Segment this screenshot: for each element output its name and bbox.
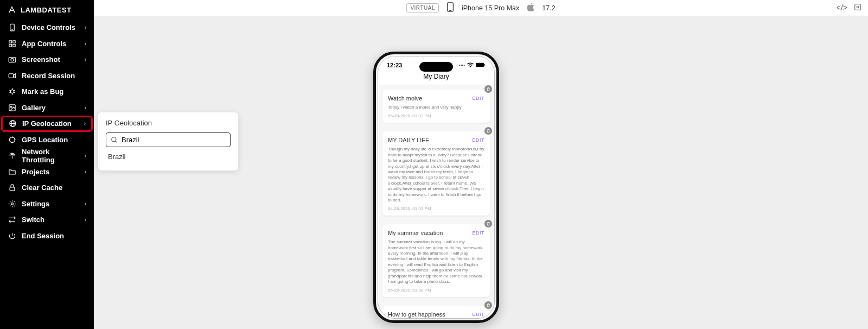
geo-result-item[interactable]: Brazil bbox=[106, 147, 231, 166]
brand-logo: LAMBDATEST bbox=[0, 0, 94, 20]
chevron-right-icon: › bbox=[85, 153, 86, 159]
chevron-right-icon: › bbox=[84, 121, 86, 126]
nav-item-label: GPS Location bbox=[22, 136, 86, 144]
nav-item-settings[interactable]: Settings› bbox=[0, 196, 94, 212]
edit-button[interactable]: EDIT bbox=[472, 137, 484, 143]
signal-icon bbox=[8, 151, 16, 160]
nav-item-network-throttling[interactable]: Network Throttling› bbox=[0, 148, 94, 164]
geolocation-search-wrap[interactable] bbox=[106, 132, 231, 147]
ip-geolocation-popover: IP Geolocation Brazil bbox=[98, 112, 238, 170]
cellular-icon: ···· bbox=[459, 62, 465, 68]
diary-entry[interactable]: Watch moiveEDITToday i watch a moive,and… bbox=[382, 90, 490, 123]
nav-item-label: Clear Cache bbox=[22, 184, 86, 192]
app-title: My Diary bbox=[378, 71, 494, 85]
nav-item-clear-cache[interactable]: Clear Cache bbox=[0, 180, 94, 196]
bug-icon bbox=[8, 87, 16, 96]
svg-rect-27 bbox=[10, 187, 15, 191]
video-icon bbox=[8, 72, 16, 80]
entry-body: Today i watch a moive,and very happy bbox=[388, 105, 484, 110]
sidebar: LAMBDATEST Device Controls›App Controls›… bbox=[0, 0, 94, 329]
nav-item-projects[interactable]: Projects› bbox=[0, 164, 94, 180]
geolocation-search-input[interactable] bbox=[122, 136, 226, 144]
entry-title: My summer vacation bbox=[388, 230, 443, 236]
entry-title: MY DAILY LIFE bbox=[388, 137, 429, 143]
nav-item-label: Record Session bbox=[22, 72, 86, 80]
delete-icon[interactable] bbox=[484, 301, 492, 309]
code-icon[interactable]: </> bbox=[837, 3, 847, 12]
globe-icon bbox=[8, 119, 17, 128]
nav-item-ip-geolocation[interactable]: IP Geolocation› bbox=[1, 116, 93, 132]
svg-rect-36 bbox=[484, 64, 486, 66]
nav-item-label: Switch bbox=[22, 216, 79, 224]
delete-icon[interactable] bbox=[484, 127, 492, 135]
svg-rect-31 bbox=[855, 4, 861, 10]
lock-icon bbox=[8, 184, 16, 192]
entry-body: Though my daily life is extremely monoto… bbox=[388, 147, 484, 203]
brand-text: LAMBDATEST bbox=[21, 6, 72, 14]
svg-rect-5 bbox=[12, 45, 15, 47]
grid-icon bbox=[8, 40, 16, 48]
edit-button[interactable]: EDIT bbox=[472, 312, 484, 317]
chevron-right-icon: › bbox=[85, 56, 86, 62]
svg-line-12 bbox=[14, 90, 15, 91]
settings-icon[interactable] bbox=[854, 3, 861, 12]
nav-item-label: Network Throttling bbox=[22, 148, 79, 164]
diary-entry[interactable]: My summer vacationEDITThe summer vacatio… bbox=[382, 224, 490, 297]
topbar: VIRTUAL iPhone 15 Pro Max 17.2 </> bbox=[94, 0, 868, 16]
nav-item-gps-location[interactable]: GPS Location bbox=[0, 132, 94, 148]
power-icon bbox=[8, 232, 16, 240]
edit-button[interactable]: EDIT bbox=[472, 96, 484, 101]
nav-item-mark-as-bug[interactable]: Mark as Bug bbox=[0, 84, 94, 100]
diary-entry[interactable]: MY DAILY LIFEEDITThough my daily life is… bbox=[382, 131, 490, 216]
nav-item-switch[interactable]: Switch› bbox=[0, 212, 94, 228]
chevron-right-icon: › bbox=[85, 105, 86, 111]
diary-entries[interactable]: Watch moiveEDITToday i watch a moive,and… bbox=[378, 85, 494, 319]
svg-point-32 bbox=[857, 6, 859, 8]
nav-item-label: Projects bbox=[22, 168, 79, 176]
status-time: 12:23 bbox=[387, 62, 402, 68]
svg-point-28 bbox=[11, 203, 13, 205]
chevron-right-icon: › bbox=[85, 201, 86, 207]
search-icon bbox=[111, 136, 118, 144]
delete-icon[interactable] bbox=[484, 220, 492, 227]
nav-item-device-controls[interactable]: Device Controls› bbox=[0, 20, 94, 36]
lambda-icon bbox=[8, 5, 16, 14]
nav-item-screenshot[interactable]: Screenshot› bbox=[0, 52, 94, 68]
entry-date: 04-28-2020, 01:03 PM bbox=[388, 206, 484, 211]
svg-rect-4 bbox=[9, 45, 11, 47]
svg-rect-8 bbox=[9, 74, 14, 78]
svg-line-34 bbox=[116, 141, 117, 142]
nav-item-label: End Session bbox=[22, 232, 86, 240]
entry-body: The summer vacation is ing. I will do my… bbox=[388, 239, 484, 284]
nav-item-label: Screenshot bbox=[22, 55, 79, 64]
folder-icon bbox=[8, 168, 16, 176]
delete-icon[interactable] bbox=[484, 85, 492, 93]
diary-entry[interactable]: How to get happinessEDITThere is no doub… bbox=[382, 306, 490, 319]
svg-rect-2 bbox=[9, 41, 11, 43]
nav-item-gallery[interactable]: Gallery› bbox=[0, 100, 94, 116]
popover-title: IP Geolocation bbox=[106, 119, 231, 127]
nav-item-label: Gallery bbox=[22, 104, 79, 112]
svg-line-13 bbox=[9, 92, 10, 93]
svg-point-9 bbox=[10, 90, 14, 93]
svg-rect-35 bbox=[476, 62, 484, 67]
dynamic-island bbox=[419, 62, 453, 72]
nav-item-end-session[interactable]: End Session bbox=[0, 228, 94, 244]
edit-button[interactable]: EDIT bbox=[472, 230, 484, 236]
chevron-right-icon: › bbox=[85, 41, 86, 47]
nav-item-record-session[interactable]: Record Session bbox=[0, 68, 94, 84]
nav-item-app-controls[interactable]: App Controls› bbox=[0, 36, 94, 52]
image-icon bbox=[8, 104, 16, 112]
svg-point-17 bbox=[10, 106, 12, 107]
svg-rect-3 bbox=[12, 41, 15, 43]
svg-point-33 bbox=[112, 137, 116, 141]
gear-icon bbox=[8, 200, 16, 208]
entry-date: 05-28-2020, 01:03 PM bbox=[388, 113, 484, 118]
chevron-right-icon: › bbox=[85, 169, 86, 175]
nav-item-label: Settings bbox=[22, 200, 79, 208]
camera-icon bbox=[8, 55, 16, 64]
virtual-badge: VIRTUAL bbox=[406, 3, 439, 12]
device-frame: 12:23 ···· My Diary Watch moiveEDITToday… bbox=[373, 52, 499, 323]
nav-item-label: IP Geolocation bbox=[22, 119, 79, 128]
nav-item-label: Device Controls bbox=[22, 23, 79, 31]
